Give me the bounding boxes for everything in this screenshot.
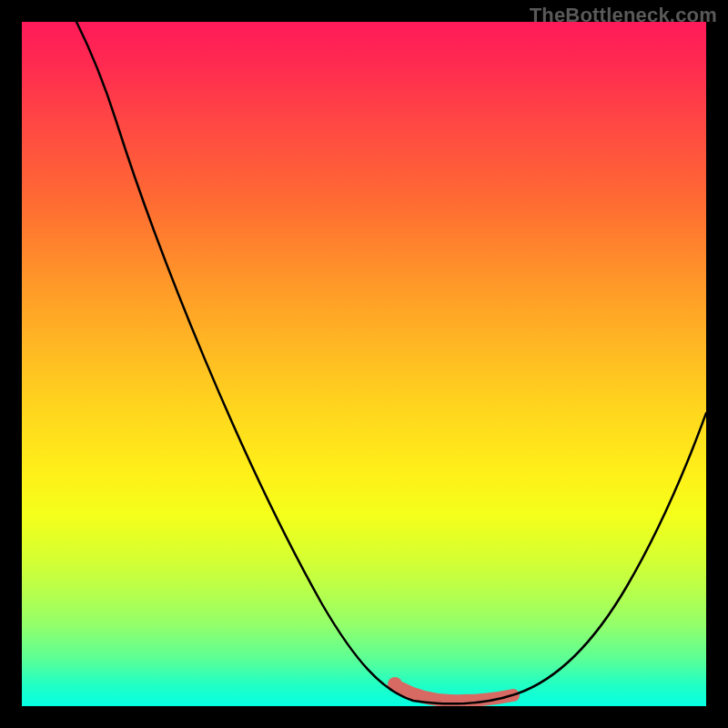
watermark-text: TheBottleneck.com: [530, 4, 717, 27]
plot-area: [22, 22, 706, 706]
curve-layer: [22, 22, 706, 706]
bottleneck-curve: [76, 22, 706, 703]
chart-frame: TheBottleneck.com: [0, 0, 728, 728]
